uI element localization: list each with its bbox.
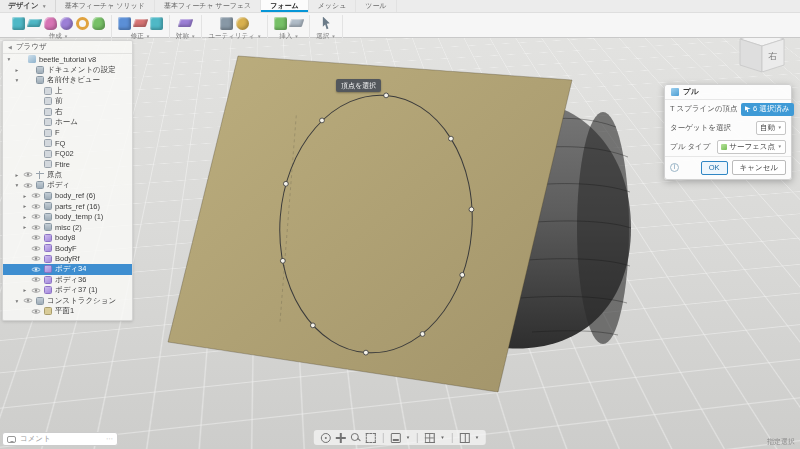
subdivide-icon[interactable] [150, 17, 163, 30]
dialog-header[interactable]: プル [665, 85, 791, 100]
visibility-eye-icon[interactable] [23, 181, 33, 189]
info-icon[interactable]: i [670, 163, 679, 172]
fit-view-icon[interactable] [366, 433, 376, 443]
comment-bar[interactable]: コメント ⋯ [2, 432, 118, 446]
browser-item[interactable]: FQ02 [3, 149, 132, 160]
expander-icon[interactable]: ▸ [22, 287, 28, 293]
visibility-eye-icon[interactable] [31, 223, 41, 231]
expander-icon[interactable]: ▸ [14, 172, 20, 178]
ribbon-tab[interactable]: ツール [356, 0, 396, 12]
browser-item[interactable]: F [3, 128, 132, 139]
toolbar-group-label[interactable]: 挿入▼ [279, 32, 298, 41]
spline-vertex[interactable] [319, 118, 324, 123]
pan-icon[interactable] [336, 433, 346, 443]
target-select-dropdown[interactable]: 自動▼ [756, 121, 786, 135]
spline-vertex[interactable] [310, 323, 315, 328]
cancel-button[interactable]: キャンセル [732, 160, 786, 175]
chevron-down-icon[interactable]: ▼ [475, 435, 479, 440]
browser-item[interactable]: 右 [3, 107, 132, 118]
toolbar-group-label[interactable]: 対称▼ [176, 32, 195, 41]
expander-icon[interactable]: ▾ [6, 56, 12, 62]
browser-item[interactable]: ホーム [3, 117, 132, 128]
browser-item[interactable]: ボディ34 [3, 264, 132, 275]
browser-item[interactable]: ▸body_temp (1) [3, 212, 132, 223]
cylinder-primitive-icon[interactable] [44, 17, 57, 30]
browser-item[interactable]: ▸parts_ref (16) [3, 201, 132, 212]
tspline-vertex-selection[interactable]: 6 選択済み [741, 103, 794, 116]
visibility-eye-icon[interactable] [31, 276, 41, 284]
spline-vertex[interactable] [460, 272, 465, 277]
box-primitive-icon[interactable] [12, 17, 25, 30]
browser-item[interactable]: 前 [3, 96, 132, 107]
chevron-down-icon[interactable]: ▼ [440, 435, 444, 440]
expander-icon[interactable]: ▸ [22, 203, 28, 209]
chevron-down-icon[interactable]: ▼ [406, 435, 410, 440]
browser-item[interactable]: ▾名前付きビュー [3, 75, 132, 86]
browser-item[interactable]: Ftire [3, 159, 132, 170]
browser-item[interactable]: ▸原点 [3, 170, 132, 181]
repair-body-icon[interactable] [236, 17, 249, 30]
mirror-symmetry-icon[interactable] [178, 19, 194, 27]
spline-vertex[interactable] [420, 331, 425, 336]
browser-item[interactable]: FQ [3, 138, 132, 149]
ribbon-tab[interactable]: 基本フィーチャ ソリッド [56, 0, 155, 12]
browser-item[interactable]: ▾beetle_tutorial v8 [3, 54, 132, 65]
toolbar-group-label[interactable]: 選択▼ [316, 32, 335, 41]
viewports-icon[interactable] [460, 433, 470, 443]
browser-item[interactable]: ▸misc (2) [3, 222, 132, 233]
browser-item[interactable]: body8 [3, 233, 132, 244]
torus-primitive-icon[interactable] [76, 17, 89, 30]
spline-vertex[interactable] [363, 350, 368, 355]
expander-icon[interactable]: ▸ [14, 67, 20, 73]
spline-vertex[interactable] [448, 136, 453, 141]
ribbon-tab[interactable]: フォーム [261, 0, 309, 12]
browser-item[interactable]: ▾ボディ [3, 180, 132, 191]
zoom-icon[interactable] [351, 433, 361, 443]
expander-icon[interactable]: ▾ [14, 182, 20, 188]
grid-settings-icon[interactable] [425, 433, 435, 443]
visibility-eye-icon[interactable] [23, 297, 33, 305]
visibility-eye-icon[interactable] [31, 307, 41, 315]
plane-primitive-icon[interactable] [27, 19, 43, 27]
comment-input[interactable]: コメント [20, 434, 51, 444]
insert-svg-icon[interactable] [289, 19, 305, 27]
visibility-eye-icon[interactable] [31, 192, 41, 200]
browser-item[interactable]: BodyRf [3, 254, 132, 265]
visibility-eye-icon[interactable] [31, 286, 41, 294]
spline-vertex[interactable] [384, 93, 389, 98]
comment-menu-icon[interactable]: ⋯ [106, 435, 113, 443]
spline-vertex[interactable] [283, 181, 288, 186]
browser-item[interactable]: ボディ36 [3, 275, 132, 286]
visibility-eye-icon[interactable] [31, 202, 41, 210]
toolbar-group-label[interactable]: ユーティリティ▼ [208, 32, 261, 41]
browser-item[interactable]: 平面1 [3, 306, 132, 317]
orbit-icon[interactable] [321, 433, 331, 443]
browser-header[interactable]: ◀ ブラウザ [3, 41, 132, 54]
browser-item[interactable]: ▸body_ref (6) [3, 191, 132, 202]
expander-icon[interactable]: ▸ [22, 224, 28, 230]
expander-icon[interactable]: ▾ [14, 77, 20, 83]
pull-type-dropdown[interactable]: サーフェス点▼ [717, 140, 786, 154]
browser-item[interactable]: ▸ボディ37 (1) [3, 285, 132, 296]
pipe-primitive-icon[interactable] [92, 17, 105, 30]
expander-icon[interactable]: ▾ [14, 298, 20, 304]
visibility-eye-icon[interactable] [23, 171, 33, 179]
insert-mesh-icon[interactable] [274, 17, 287, 30]
spline-vertex[interactable] [469, 207, 474, 212]
ok-button[interactable]: OK [701, 161, 728, 175]
visibility-eye-icon[interactable] [31, 234, 41, 242]
ribbon-tab[interactable]: メッシュ [309, 0, 357, 12]
browser-item[interactable]: ▸ドキュメントの設定 [3, 65, 132, 76]
browser-item[interactable]: 上 [3, 86, 132, 97]
visibility-eye-icon[interactable] [31, 244, 41, 252]
sphere-primitive-icon[interactable] [60, 17, 73, 30]
expander-icon[interactable]: ▸ [22, 214, 28, 220]
workspace-switcher[interactable]: デザイン ▼ [0, 0, 56, 12]
insert-edge-icon[interactable] [133, 19, 149, 27]
select-tool-icon[interactable] [320, 17, 333, 30]
visibility-eye-icon[interactable] [31, 265, 41, 273]
spline-vertex[interactable] [280, 258, 285, 263]
edit-form-icon[interactable] [118, 17, 131, 30]
browser-item[interactable]: ▾コンストラクション [3, 296, 132, 307]
visibility-eye-icon[interactable] [31, 213, 41, 221]
